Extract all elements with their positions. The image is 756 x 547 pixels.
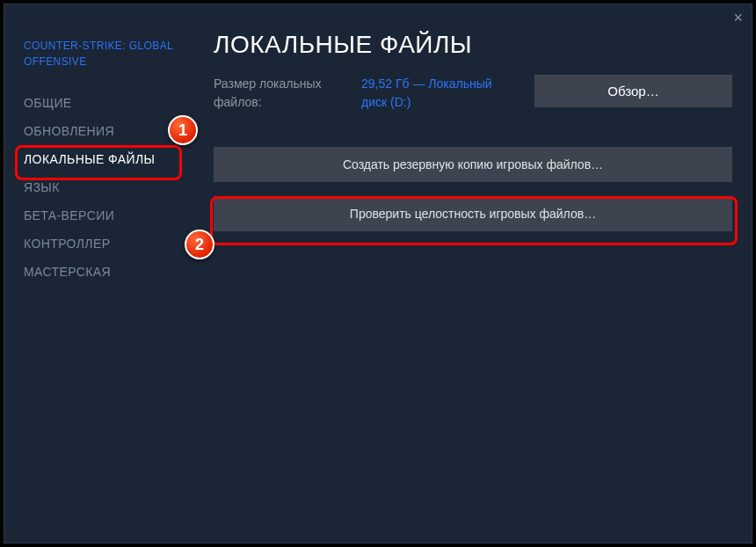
sidebar-item-controller[interactable]: КОНТРОЛЛЕР	[24, 230, 200, 258]
sidebar: COUNTER-STRIKE: GLOBAL OFFENSIVE ОБЩИЕ О…	[24, 31, 200, 525]
sidebar-item-workshop[interactable]: МАСТЕРСКАЯ	[24, 258, 200, 286]
sidebar-item-updates[interactable]: ОБНОВЛЕНИЯ	[24, 117, 200, 145]
browse-button[interactable]: Обзор…	[534, 75, 732, 107]
verify-button[interactable]: Проверить целостность игровых файлов…	[214, 196, 732, 231]
backup-button[interactable]: Создать резервную копию игровых файлов…	[214, 147, 732, 182]
sidebar-item-language[interactable]: ЯЗЫК	[24, 173, 200, 201]
sidebar-item-betas[interactable]: БЕТА-ВЕРСИИ	[24, 201, 200, 230]
sidebar-item-general[interactable]: ОБЩИЕ	[24, 89, 200, 117]
main-panel: ЛОКАЛЬНЫЕ ФАЙЛЫ Размер локальных файлов:…	[200, 31, 732, 525]
disk-info-row: Размер локальных файлов: 29,52 Гб — Лока…	[214, 75, 732, 112]
page-title: ЛОКАЛЬНЫЕ ФАЙЛЫ	[214, 31, 732, 59]
size-value: 29,52 Гб — Локальный диск (D:)	[361, 75, 502, 112]
game-title: COUNTER-STRIKE: GLOBAL OFFENSIVE	[24, 38, 200, 69]
sidebar-item-local-files[interactable]: ЛОКАЛЬНЫЕ ФАЙЛЫ	[24, 145, 200, 173]
properties-window: × COUNTER-STRIKE: GLOBAL OFFENSIVE ОБЩИЕ…	[4, 4, 752, 543]
content-area: COUNTER-STRIKE: GLOBAL OFFENSIVE ОБЩИЕ О…	[4, 4, 752, 543]
close-icon[interactable]: ×	[733, 10, 743, 26]
size-label: Размер локальных файлов:	[214, 75, 345, 112]
